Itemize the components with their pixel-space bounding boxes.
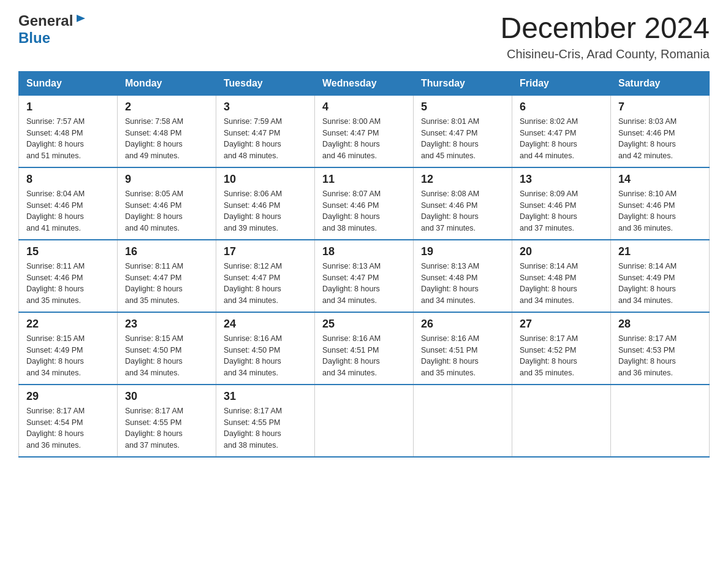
day-info: Sunrise: 8:15 AM Sunset: 4:50 PM Dayligh…: [125, 333, 208, 379]
day-number: 19: [421, 245, 504, 258]
day-info: Sunrise: 8:13 AM Sunset: 4:47 PM Dayligh…: [322, 261, 406, 307]
day-info: Sunrise: 8:11 AM Sunset: 4:47 PM Dayligh…: [125, 261, 208, 307]
calendar-cell: 7 Sunrise: 8:03 AM Sunset: 4:46 PM Dayli…: [611, 95, 710, 167]
calendar-cell: 12 Sunrise: 8:08 AM Sunset: 4:46 PM Dayl…: [414, 167, 512, 240]
day-number: 18: [322, 245, 406, 258]
calendar-cell: 21 Sunrise: 8:14 AM Sunset: 4:49 PM Dayl…: [611, 240, 710, 312]
weekday-thursday: Thursday: [414, 71, 512, 95]
calendar-cell: 1 Sunrise: 7:57 AM Sunset: 4:48 PM Dayli…: [19, 95, 118, 167]
day-info: Sunrise: 8:09 AM Sunset: 4:46 PM Dayligh…: [520, 188, 603, 234]
calendar-cell: 2 Sunrise: 7:58 AM Sunset: 4:48 PM Dayli…: [118, 95, 216, 167]
day-number: 12: [421, 173, 504, 186]
day-number: 25: [322, 318, 406, 331]
day-info: Sunrise: 7:58 AM Sunset: 4:48 PM Dayligh…: [125, 116, 208, 162]
calendar-cell: 17 Sunrise: 8:12 AM Sunset: 4:47 PM Dayl…: [216, 240, 315, 312]
day-info: Sunrise: 8:04 AM Sunset: 4:46 PM Dayligh…: [26, 188, 110, 234]
weekday-monday: Monday: [118, 71, 216, 95]
weekday-saturday: Saturday: [611, 71, 710, 95]
calendar-cell: [512, 385, 611, 457]
calendar-cell: 16 Sunrise: 8:11 AM Sunset: 4:47 PM Dayl…: [118, 240, 216, 312]
logo-flag-icon: [74, 13, 88, 27]
day-number: 30: [125, 390, 208, 403]
calendar-header: SundayMondayTuesdayWednesdayThursdayFrid…: [19, 71, 710, 95]
calendar-cell: 24 Sunrise: 8:16 AM Sunset: 4:50 PM Dayl…: [216, 312, 315, 385]
day-number: 4: [322, 101, 406, 113]
weekday-tuesday: Tuesday: [216, 71, 315, 95]
page-subtitle: Chisineu-Cris, Arad County, Romania: [500, 47, 710, 61]
calendar-cell: 9 Sunrise: 8:05 AM Sunset: 4:46 PM Dayli…: [118, 167, 216, 240]
calendar-cell: 28 Sunrise: 8:17 AM Sunset: 4:53 PM Dayl…: [611, 312, 710, 385]
calendar-cell: 25 Sunrise: 8:16 AM Sunset: 4:51 PM Dayl…: [315, 312, 414, 385]
day-number: 11: [322, 173, 406, 186]
day-number: 26: [421, 318, 504, 331]
day-number: 7: [618, 101, 702, 113]
calendar-cell: [414, 385, 512, 457]
day-info: Sunrise: 8:16 AM Sunset: 4:51 PM Dayligh…: [322, 333, 406, 379]
day-number: 10: [224, 173, 307, 186]
day-number: 1: [26, 101, 110, 113]
day-info: Sunrise: 8:13 AM Sunset: 4:48 PM Dayligh…: [421, 261, 504, 307]
logo-general-text: General: [18, 12, 73, 29]
day-number: 16: [125, 245, 208, 258]
calendar-cell: 4 Sunrise: 8:00 AM Sunset: 4:47 PM Dayli…: [315, 95, 414, 167]
calendar-body: 1 Sunrise: 7:57 AM Sunset: 4:48 PM Dayli…: [19, 95, 710, 457]
day-number: 14: [618, 173, 702, 186]
day-info: Sunrise: 8:08 AM Sunset: 4:46 PM Dayligh…: [421, 188, 504, 234]
title-block: December 2024 Chisineu-Cris, Arad County…: [500, 12, 710, 61]
calendar-week-3: 15 Sunrise: 8:11 AM Sunset: 4:46 PM Dayl…: [19, 240, 710, 312]
day-info: Sunrise: 8:14 AM Sunset: 4:48 PM Dayligh…: [520, 261, 603, 307]
calendar-week-4: 22 Sunrise: 8:15 AM Sunset: 4:49 PM Dayl…: [19, 312, 710, 385]
day-number: 15: [26, 245, 110, 258]
day-info: Sunrise: 8:01 AM Sunset: 4:47 PM Dayligh…: [421, 116, 504, 162]
day-info: Sunrise: 7:57 AM Sunset: 4:48 PM Dayligh…: [26, 116, 110, 162]
day-number: 6: [520, 101, 603, 113]
day-number: 28: [618, 318, 702, 331]
day-info: Sunrise: 8:14 AM Sunset: 4:49 PM Dayligh…: [618, 261, 702, 307]
calendar-cell: 8 Sunrise: 8:04 AM Sunset: 4:46 PM Dayli…: [19, 167, 118, 240]
calendar-cell: 14 Sunrise: 8:10 AM Sunset: 4:46 PM Dayl…: [611, 167, 710, 240]
day-info: Sunrise: 8:11 AM Sunset: 4:46 PM Dayligh…: [26, 261, 110, 307]
day-number: 2: [125, 101, 208, 113]
calendar-week-5: 29 Sunrise: 8:17 AM Sunset: 4:54 PM Dayl…: [19, 385, 710, 457]
weekday-header-row: SundayMondayTuesdayWednesdayThursdayFrid…: [19, 71, 710, 95]
day-info: Sunrise: 8:05 AM Sunset: 4:46 PM Dayligh…: [125, 188, 208, 234]
day-info: Sunrise: 8:12 AM Sunset: 4:47 PM Dayligh…: [224, 261, 307, 307]
calendar-cell: [611, 385, 710, 457]
day-info: Sunrise: 8:06 AM Sunset: 4:46 PM Dayligh…: [224, 188, 307, 234]
calendar-table: SundayMondayTuesdayWednesdayThursdayFrid…: [18, 71, 710, 458]
day-info: Sunrise: 8:17 AM Sunset: 4:55 PM Dayligh…: [125, 405, 208, 451]
calendar-cell: 20 Sunrise: 8:14 AM Sunset: 4:48 PM Dayl…: [512, 240, 611, 312]
calendar-cell: 29 Sunrise: 8:17 AM Sunset: 4:54 PM Dayl…: [19, 385, 118, 457]
day-info: Sunrise: 8:03 AM Sunset: 4:46 PM Dayligh…: [618, 116, 702, 162]
day-info: Sunrise: 8:17 AM Sunset: 4:53 PM Dayligh…: [618, 333, 702, 379]
calendar-week-1: 1 Sunrise: 7:57 AM Sunset: 4:48 PM Dayli…: [19, 95, 710, 167]
calendar-cell: 10 Sunrise: 8:06 AM Sunset: 4:46 PM Dayl…: [216, 167, 315, 240]
calendar-cell: 31 Sunrise: 8:17 AM Sunset: 4:55 PM Dayl…: [216, 385, 315, 457]
calendar-cell: 15 Sunrise: 8:11 AM Sunset: 4:46 PM Dayl…: [19, 240, 118, 312]
calendar-cell: 27 Sunrise: 8:17 AM Sunset: 4:52 PM Dayl…: [512, 312, 611, 385]
calendar-cell: 3 Sunrise: 7:59 AM Sunset: 4:47 PM Dayli…: [216, 95, 315, 167]
day-number: 27: [520, 318, 603, 331]
calendar-cell: 18 Sunrise: 8:13 AM Sunset: 4:47 PM Dayl…: [315, 240, 414, 312]
day-number: 13: [520, 173, 603, 186]
weekday-wednesday: Wednesday: [315, 71, 414, 95]
svg-marker-0: [77, 15, 85, 22]
day-info: Sunrise: 8:16 AM Sunset: 4:51 PM Dayligh…: [421, 333, 504, 379]
day-info: Sunrise: 8:17 AM Sunset: 4:52 PM Dayligh…: [520, 333, 603, 379]
day-number: 21: [618, 245, 702, 258]
calendar-cell: [315, 385, 414, 457]
day-number: 31: [224, 390, 307, 403]
day-info: Sunrise: 8:15 AM Sunset: 4:49 PM Dayligh…: [26, 333, 110, 379]
calendar-cell: 23 Sunrise: 8:15 AM Sunset: 4:50 PM Dayl…: [118, 312, 216, 385]
calendar-week-2: 8 Sunrise: 8:04 AM Sunset: 4:46 PM Dayli…: [19, 167, 710, 240]
day-number: 22: [26, 318, 110, 331]
day-number: 8: [26, 173, 110, 186]
day-info: Sunrise: 8:07 AM Sunset: 4:46 PM Dayligh…: [322, 188, 406, 234]
day-number: 5: [421, 101, 504, 113]
calendar-cell: 11 Sunrise: 8:07 AM Sunset: 4:46 PM Dayl…: [315, 167, 414, 240]
day-number: 9: [125, 173, 208, 186]
day-number: 20: [520, 245, 603, 258]
day-number: 24: [224, 318, 307, 331]
day-number: 17: [224, 245, 307, 258]
day-number: 29: [26, 390, 110, 403]
